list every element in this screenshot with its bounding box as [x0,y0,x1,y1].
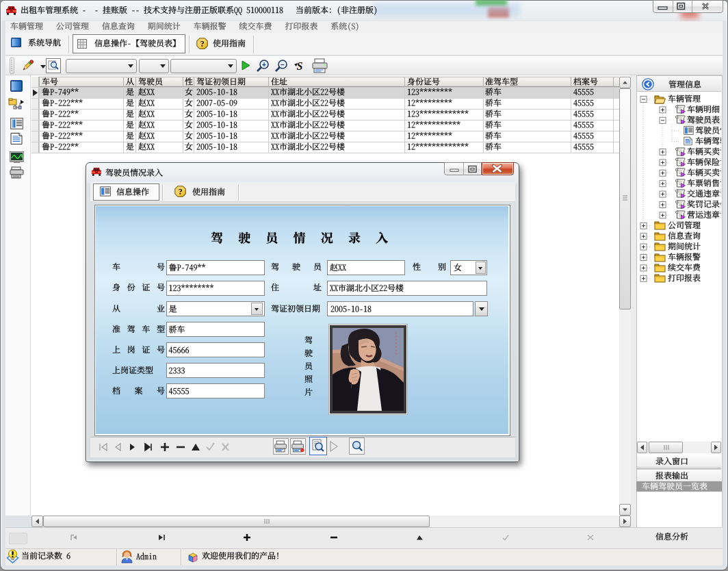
svg-text:S: S [297,60,303,72]
svg-text:+: + [262,61,266,68]
svg-text:?: ? [200,39,204,49]
svg-text:−: − [281,61,285,68]
svg-text:?: ? [178,187,182,196]
